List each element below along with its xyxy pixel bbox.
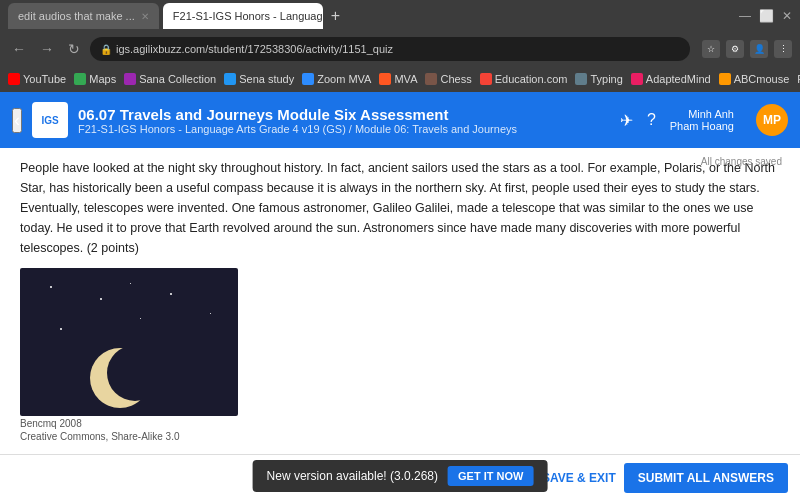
youtube-favicon (8, 73, 20, 85)
zoom-favicon (302, 73, 314, 85)
night-sky-image (20, 268, 238, 416)
forward-nav-button[interactable]: → (36, 39, 58, 59)
maximize-button[interactable]: ⬜ (759, 9, 774, 23)
course-title: 06.07 Travels and Journeys Module Six As… (78, 106, 620, 123)
close-button[interactable]: ✕ (782, 9, 792, 23)
course-info: 06.07 Travels and Journeys Module Six As… (78, 106, 620, 135)
bookmark-maps[interactable]: Maps (74, 73, 116, 85)
chess-favicon (425, 73, 437, 85)
send-icon[interactable]: ✈ (620, 111, 633, 130)
toast-message: New version available! (3.0.268) (267, 469, 438, 483)
bookmark-chess[interactable]: Chess (425, 73, 471, 85)
help-icon[interactable]: ? (647, 111, 656, 129)
avatar[interactable]: MP (756, 104, 788, 136)
bookmarks-bar: YouTube Maps Sana Collection Sena study … (0, 66, 800, 92)
course-subtitle: F21-S1-IGS Honors - Language Arts Grade … (78, 123, 620, 135)
bottom-bar: New version available! (3.0.268) GET IT … (0, 454, 800, 500)
bookmark-sena[interactable]: Sena study (224, 73, 294, 85)
lock-icon: 🔒 (100, 44, 112, 55)
autosave-status: All changes saved (701, 156, 782, 167)
back-button[interactable]: ‹ (12, 108, 22, 133)
bookmark-mva[interactable]: MVA (379, 73, 417, 85)
page-content: ‹ IGS 06.07 Travels and Journeys Module … (0, 92, 800, 500)
abc-favicon (719, 73, 731, 85)
back-nav-button[interactable]: ← (8, 39, 30, 59)
typing-favicon (575, 73, 587, 85)
bookmark-education[interactable]: Education.com (480, 73, 568, 85)
bookmark-abcmouse[interactable]: ABCmouse (719, 73, 790, 85)
window-controls: — ⬜ ✕ (739, 9, 792, 23)
more-menu-icon[interactable]: ⋮ (774, 40, 792, 58)
extensions-icon[interactable]: ⚙ (726, 40, 744, 58)
sena-favicon (224, 73, 236, 85)
header-actions: ✈ ? Minh Anh Pham Hoang MP (620, 104, 788, 136)
adapted-favicon (631, 73, 643, 85)
address-bar[interactable]: 🔒 igs.agilixbuzz.com/student/172538306/a… (90, 37, 690, 61)
tab-1[interactable]: edit audios that make ... ✕ (8, 3, 159, 29)
get-it-now-button[interactable]: GET IT NOW (448, 466, 533, 486)
sana-favicon (124, 73, 136, 85)
bookmark-adaptedmind[interactable]: AdaptedMind (631, 73, 711, 85)
minimize-button[interactable]: — (739, 9, 751, 23)
mva-favicon (379, 73, 391, 85)
passage-text: People have looked at the night sky thro… (20, 158, 780, 258)
course-header: ‹ IGS 06.07 Travels and Journeys Module … (0, 92, 800, 148)
image-container: Bencmq 2008 Creative Commons, Share-Alik… (20, 268, 780, 442)
image-credit-line2: Creative Commons, Share-Alike 3.0 (20, 431, 780, 442)
bookmark-zoom[interactable]: Zoom MVA (302, 73, 371, 85)
bookmark-youtube[interactable]: YouTube (8, 73, 66, 85)
main-content[interactable]: All changes saved People have looked at … (0, 148, 800, 500)
reload-button[interactable]: ↻ (64, 39, 84, 59)
user-info: Minh Anh Pham Hoang (670, 108, 734, 132)
tab-1-close[interactable]: ✕ (141, 11, 149, 22)
save-exit-button[interactable]: SAVE & EXIT (542, 471, 616, 485)
browser-chrome: edit audios that make ... ✕ F21-S1-IGS H… (0, 0, 800, 32)
address-bar-row: ← → ↻ 🔒 igs.agilixbuzz.com/student/17253… (0, 32, 800, 66)
bookmark-star-icon[interactable]: ☆ (702, 40, 720, 58)
course-logo: IGS (32, 102, 68, 138)
new-tab-button[interactable]: + (331, 7, 340, 25)
svg-point-2 (90, 348, 150, 408)
image-credit-line1: Bencmq 2008 (20, 418, 780, 429)
tab-2[interactable]: F21-S1-IGS Honors - Language ... ✕ (163, 3, 323, 29)
profile-icon[interactable]: 👤 (750, 40, 768, 58)
toast-notification: New version available! (3.0.268) GET IT … (253, 460, 548, 492)
toolbar-icons: ☆ ⚙ 👤 ⋮ (702, 40, 792, 58)
bookmark-sana[interactable]: Sana Collection (124, 73, 216, 85)
moon-svg (20, 268, 238, 416)
submit-all-answers-button[interactable]: SUBMIT ALL ANSWERS (624, 463, 788, 493)
bookmark-typing[interactable]: Typing (575, 73, 622, 85)
education-favicon (480, 73, 492, 85)
maps-favicon (74, 73, 86, 85)
